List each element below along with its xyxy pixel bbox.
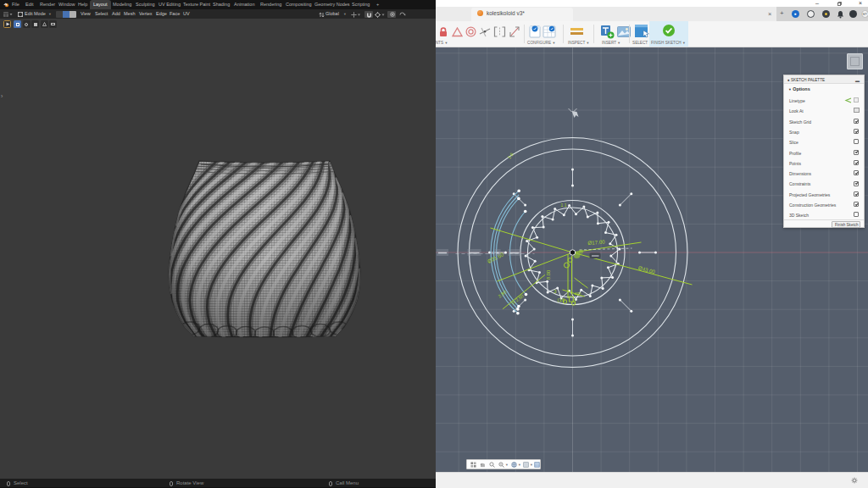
svg-text:1.6: 1.6 [507, 152, 515, 160]
svg-text:Ø43.00: Ø43.00 [637, 264, 656, 274]
svg-text:8.00: 8.00 [546, 270, 551, 280]
svg-text:40°: 40° [575, 291, 581, 297]
svg-text:Ø17.00: Ø17.00 [587, 239, 605, 246]
svg-text:3: 3 [554, 289, 557, 294]
svg-text:H 2.50: H 2.50 [510, 293, 524, 306]
svg-text:1 1: 1 1 [561, 202, 567, 208]
svg-text:2.80: 2.80 [497, 289, 507, 298]
